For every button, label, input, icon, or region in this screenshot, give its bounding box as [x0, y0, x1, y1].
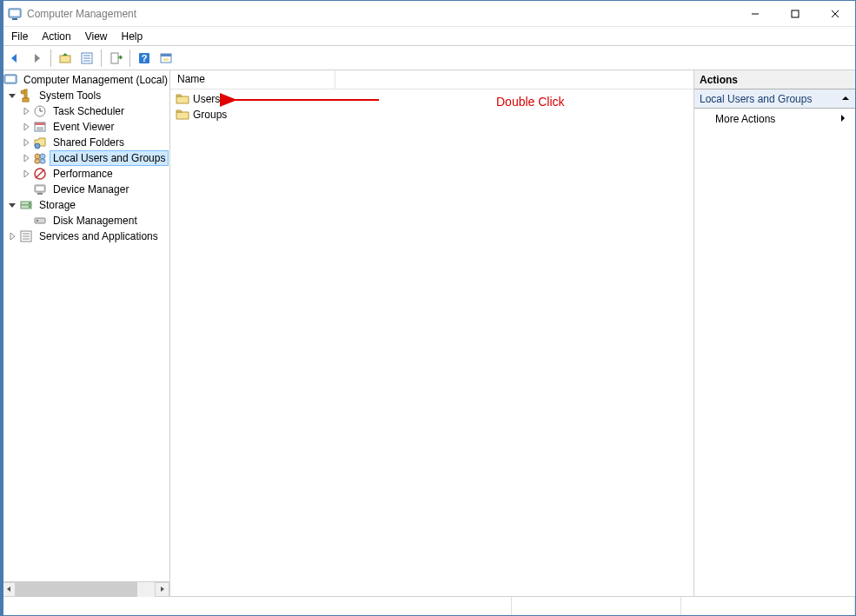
scroll-track[interactable]	[16, 582, 155, 597]
expander-closed-icon[interactable]	[20, 168, 32, 180]
toolbar-forward-button[interactable]	[26, 48, 47, 69]
actions-section-label: Local Users and Groups	[700, 93, 812, 105]
list-item-label: Groups	[193, 109, 227, 121]
svg-point-45	[36, 220, 38, 222]
close-button[interactable]	[815, 1, 855, 27]
expander-open-icon[interactable]	[6, 89, 18, 102]
device-manager-icon	[33, 182, 47, 196]
blank-expander	[20, 183, 32, 195]
left-border-strip	[1, 1, 3, 615]
svg-rect-38	[36, 187, 43, 190]
status-cell	[1, 597, 512, 615]
status-cell	[681, 597, 855, 615]
toolbar-separator	[129, 50, 130, 67]
users-groups-icon	[33, 151, 47, 165]
svg-rect-7	[60, 56, 70, 63]
tree-label-services-apps: Services and Applications	[36, 229, 161, 243]
computer-management-icon	[3, 73, 17, 87]
tree-label-root: Computer Management (Local)	[21, 73, 169, 87]
folder-icon	[176, 92, 189, 106]
status-bar	[1, 596, 855, 615]
collapse-icon[interactable]	[841, 93, 850, 105]
tree-node-device-manager[interactable]: Device Manager	[3, 182, 169, 197]
list-body[interactable]: Users Groups	[170, 89, 693, 596]
window-title: Computer Management	[27, 8, 136, 20]
actions-section-header[interactable]: Local Users and Groups	[694, 89, 855, 109]
tree-label-device-manager: Device Manager	[50, 182, 131, 196]
svg-rect-20	[24, 89, 27, 98]
svg-rect-2	[12, 18, 17, 20]
expander-closed-icon[interactable]	[20, 105, 32, 117]
list-panel: Name Users Groups	[170, 70, 694, 596]
expander-open-icon[interactable]	[6, 199, 18, 211]
menu-action[interactable]: Action	[35, 27, 77, 45]
tree-node-storage[interactable]: Storage	[3, 197, 169, 213]
tree-node-event-viewer[interactable]: Event Viewer	[3, 119, 169, 135]
tree-node-task-scheduler[interactable]: Task Scheduler	[3, 103, 169, 119]
menu-bar: File Action View Help	[1, 27, 855, 46]
title-bar: Computer Management	[1, 1, 855, 27]
list-item-users[interactable]: Users	[174, 91, 690, 107]
folder-icon	[176, 108, 189, 122]
disk-management-icon	[33, 214, 47, 228]
svg-rect-19	[6, 76, 15, 82]
svg-rect-21	[23, 98, 29, 102]
tree-horizontal-scrollbar[interactable]	[1, 581, 169, 596]
svg-rect-4	[792, 10, 799, 17]
expander-closed-icon[interactable]	[6, 230, 18, 242]
window: Computer Management File Action View Hel…	[0, 0, 856, 616]
tree-label-shared-folders: Shared Folders	[50, 136, 127, 149]
minimize-button[interactable]	[735, 1, 775, 27]
svg-rect-27	[35, 123, 45, 125]
storage-icon	[19, 198, 33, 212]
tree-label-storage: Storage	[36, 198, 78, 212]
tree-node-local-users-groups[interactable]: Local Users and Groups	[3, 150, 169, 166]
tree-label-task-scheduler: Task Scheduler	[50, 104, 127, 118]
actions-panel: Actions Local Users and Groups More Acti…	[694, 70, 855, 596]
main-body: Computer Management (Local)	[1, 70, 855, 596]
tree-label-local-users-groups: Local Users and Groups	[50, 151, 168, 165]
tree-node-shared-folders[interactable]: Shared Folders	[3, 135, 169, 150]
tree-label-system-tools: System Tools	[36, 89, 103, 103]
scroll-right-arrow[interactable]	[155, 582, 169, 597]
blank-expander	[20, 215, 32, 227]
svg-rect-39	[37, 193, 43, 195]
svg-point-43	[29, 206, 30, 208]
svg-rect-44	[35, 218, 45, 223]
toolbar-help-button[interactable]: ?	[134, 48, 155, 69]
toolbar-up-button[interactable]	[55, 48, 76, 69]
menu-view[interactable]: View	[78, 27, 115, 45]
tree-node-disk-management[interactable]: Disk Management	[3, 213, 169, 229]
tree-view[interactable]: Computer Management (Local)	[1, 70, 169, 581]
tree-node-root[interactable]: Computer Management (Local)	[3, 72, 169, 88]
tree-node-services-apps[interactable]: Services and Applications	[3, 229, 169, 244]
status-cell	[512, 597, 681, 615]
tree-node-system-tools[interactable]: System Tools	[3, 88, 169, 103]
column-header-name[interactable]: Name	[170, 70, 335, 89]
toolbar-properties-button[interactable]	[76, 48, 97, 69]
maximize-button[interactable]	[775, 1, 815, 27]
svg-point-30	[35, 143, 40, 149]
tree-label-disk-management: Disk Management	[50, 214, 140, 228]
toolbar-back-button[interactable]	[4, 48, 25, 69]
expander-closed-icon[interactable]	[20, 136, 32, 149]
svg-rect-1	[10, 10, 19, 16]
tree-node-performance[interactable]: Performance	[3, 166, 169, 182]
svg-point-32	[40, 154, 45, 159]
list-item-label: Users	[193, 93, 220, 105]
toolbar-export-button[interactable]	[105, 48, 126, 69]
expander-closed-icon[interactable]	[20, 121, 32, 133]
event-viewer-icon	[33, 120, 47, 134]
shared-folders-icon	[33, 136, 47, 149]
toolbar-refresh-button[interactable]	[156, 48, 176, 69]
toolbar-separator	[101, 50, 102, 67]
toolbar: ?	[1, 46, 855, 70]
svg-rect-17	[163, 58, 169, 61]
menu-help[interactable]: Help	[115, 27, 150, 45]
actions-more-actions[interactable]: More Actions	[694, 109, 855, 129]
scroll-thumb[interactable]	[16, 582, 137, 597]
svg-point-31	[35, 154, 40, 159]
list-item-groups[interactable]: Groups	[174, 107, 690, 123]
menu-file[interactable]: File	[4, 27, 35, 45]
expander-closed-icon[interactable]	[20, 152, 32, 164]
